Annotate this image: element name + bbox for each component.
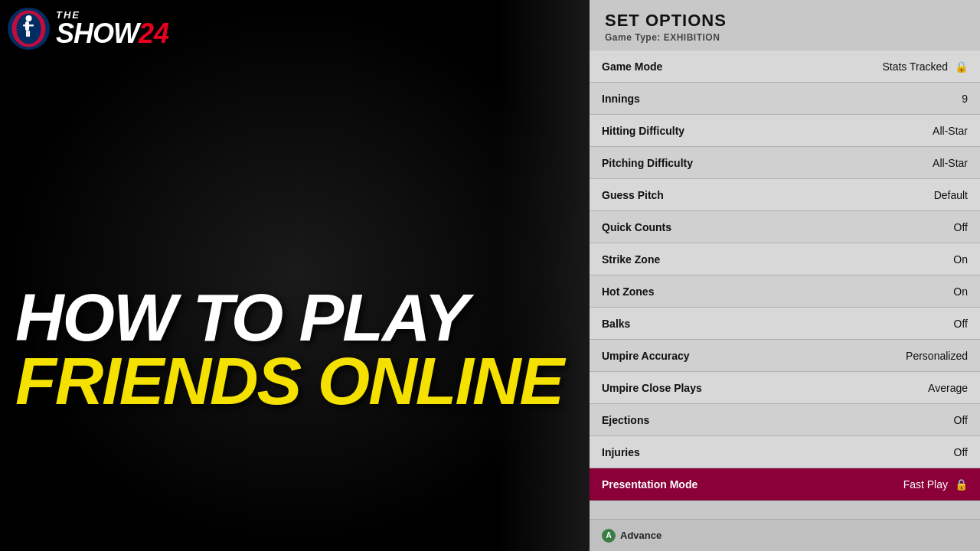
- option-label: Game Mode: [602, 60, 662, 73]
- footer-bar: A Advance: [590, 519, 980, 551]
- lock-icon: 🔒: [954, 59, 968, 74]
- option-right: Off: [954, 318, 968, 330]
- option-row[interactable]: Innings9: [590, 83, 980, 115]
- option-right: Average: [928, 382, 968, 394]
- option-right: All-Star: [933, 125, 968, 137]
- option-value: 9: [962, 93, 968, 105]
- option-label: Balks: [602, 318, 630, 330]
- option-row[interactable]: Game ModeStats Tracked🔒: [590, 51, 980, 83]
- mlb-shield-icon: [8, 8, 50, 50]
- svg-point-3: [26, 15, 32, 21]
- set-options-title: SET OPTIONS: [605, 11, 965, 31]
- option-value: Fast Play: [903, 478, 948, 491]
- option-value: Average: [928, 382, 968, 394]
- svg-rect-6: [26, 31, 28, 37]
- option-row[interactable]: Presentation ModeFast Play🔒: [590, 468, 980, 500]
- option-right: Default: [934, 189, 968, 201]
- mlb-logo: THE SHOW 24: [8, 8, 169, 50]
- option-right: Personalized: [906, 350, 968, 362]
- option-label: Pitching Difficulty: [602, 157, 693, 169]
- option-right: Off: [954, 414, 968, 426]
- option-right: Off: [954, 221, 968, 233]
- right-panel: SET OPTIONS Game Type: EXHIBITION Game M…: [590, 0, 980, 551]
- svg-rect-7: [28, 31, 31, 37]
- option-row[interactable]: Hot ZonesOn: [590, 276, 980, 308]
- lock-icon: 🔒: [954, 477, 968, 492]
- option-row[interactable]: Quick CountsOff: [590, 211, 980, 243]
- option-row[interactable]: Strike ZoneOn: [590, 243, 980, 276]
- option-row[interactable]: Umpire AccuracyPersonalized: [590, 340, 980, 372]
- option-label: Umpire Accuracy: [602, 350, 690, 362]
- brush-effect: [498, 0, 590, 551]
- option-right: Stats Tracked🔒: [882, 59, 968, 74]
- option-right: Off: [954, 446, 968, 458]
- option-right: Fast Play🔒: [903, 477, 968, 492]
- option-label: Injuries: [602, 446, 640, 458]
- left-panel: THE SHOW 24 HOW TO PLAY FRIENDS ONLINE: [0, 0, 590, 551]
- option-row[interactable]: Pitching DifficultyAll-Star: [590, 147, 980, 179]
- show-title: THE SHOW 24: [56, 10, 169, 47]
- advance-label: Advance: [620, 530, 662, 541]
- friends-online-text: FRIENDS ONLINE: [15, 349, 567, 413]
- option-value: On: [953, 285, 968, 298]
- option-label: Presentation Mode: [602, 478, 697, 491]
- option-row[interactable]: EjectionsOff: [590, 404, 980, 436]
- option-label: Guess Pitch: [602, 189, 664, 201]
- option-row[interactable]: BalksOff: [590, 308, 980, 340]
- option-right: On: [953, 253, 968, 266]
- option-value: On: [953, 253, 968, 266]
- show-label: SHOW: [56, 21, 139, 46]
- set-options-header: SET OPTIONS Game Type: EXHIBITION: [590, 0, 980, 51]
- option-right: 9: [962, 93, 968, 105]
- options-list: Game ModeStats Tracked🔒Innings9Hitting D…: [590, 51, 980, 519]
- option-value: All-Star: [933, 157, 968, 169]
- how-to-play-section: HOW TO PLAY FRIENDS ONLINE: [15, 285, 567, 413]
- option-label: Hitting Difficulty: [602, 125, 684, 137]
- option-value: Off: [954, 446, 968, 458]
- svg-rect-5: [23, 24, 34, 27]
- option-label: Umpire Close Plays: [602, 382, 702, 394]
- option-value: Personalized: [906, 350, 968, 362]
- option-right: All-Star: [933, 157, 968, 169]
- option-row[interactable]: Hitting DifficultyAll-Star: [590, 115, 980, 147]
- option-label: Strike Zone: [602, 253, 660, 266]
- option-row[interactable]: Umpire Close PlaysAverage: [590, 372, 980, 404]
- option-right: On: [953, 285, 968, 298]
- option-row[interactable]: InjuriesOff: [590, 436, 980, 468]
- option-label: Innings: [602, 93, 640, 105]
- option-row[interactable]: Guess PitchDefault: [590, 179, 980, 211]
- how-to-play-text: HOW TO PLAY: [15, 285, 567, 350]
- option-value: All-Star: [933, 125, 968, 137]
- option-value: Off: [954, 221, 968, 233]
- option-value: Stats Tracked: [882, 60, 948, 73]
- advance-button[interactable]: A Advance: [602, 529, 662, 543]
- show-number: 24: [139, 20, 169, 47]
- option-label: Hot Zones: [602, 285, 654, 298]
- option-label: Ejections: [602, 414, 649, 426]
- option-value: Default: [934, 189, 968, 201]
- option-value: Off: [954, 414, 968, 426]
- option-value: Off: [954, 318, 968, 330]
- option-label: Quick Counts: [602, 221, 671, 233]
- a-button-icon: A: [602, 529, 616, 543]
- game-type-label: Game Type: EXHIBITION: [605, 32, 965, 43]
